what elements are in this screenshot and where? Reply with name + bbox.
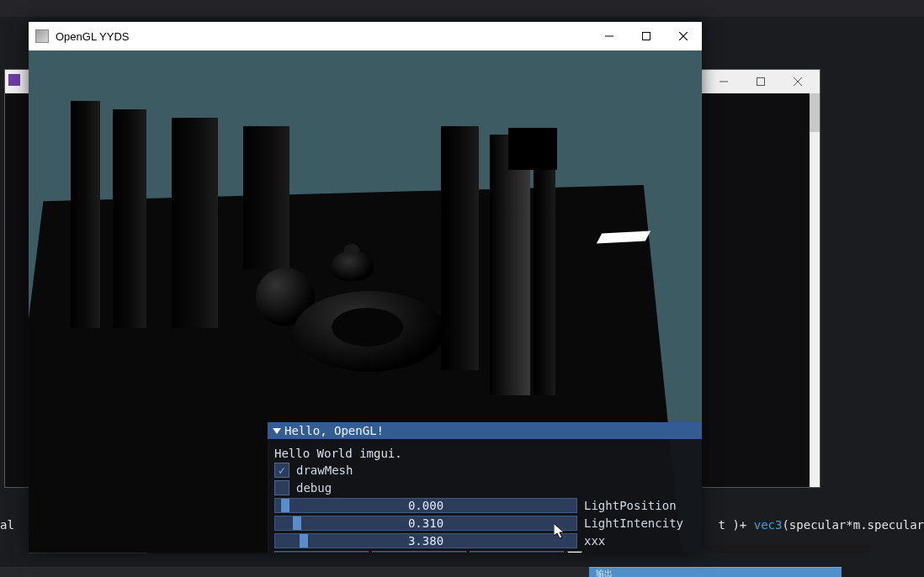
slider-lightintensity[interactable]: 0.310 [274,516,577,531]
checkbox-label: drawMesh [296,463,353,477]
maximize-button[interactable] [742,71,779,92]
scene-pillar [441,126,479,370]
maximize-button[interactable] [628,23,665,50]
scene-pillar [534,135,555,395]
bottom-tab-strip: 输出 [0,567,924,577]
code-keyword: vec3 [754,518,783,532]
collapse-arrow-icon[interactable] [273,428,281,434]
color-g-input[interactable]: G:255 [372,551,466,553]
close-button[interactable] [665,23,702,50]
checkbox-drawmesh[interactable] [274,463,289,478]
window-titlebar[interactable]: OpenGL YYDS [29,22,702,50]
slider-label: xxx [584,534,605,548]
code-text: t )+ [719,518,754,532]
opengl-window: OpenGL YYDS Hello, OpenGL! [29,22,702,553]
slider-value: 3.380 [408,534,443,548]
output-tab[interactable]: 输出 [589,567,842,577]
intro-text: Hello World imgui. [274,447,402,460]
minimize-button[interactable] [705,71,742,92]
color-label: Light color [586,552,664,553]
slider-label: LightPosition [584,499,677,512]
code-text: al [0,518,21,532]
app-icon [35,29,49,43]
scene-pillar [71,101,100,328]
file-type-icon [8,74,20,86]
slider-lightposition[interactable]: 0.000 [274,498,577,513]
slider-value: 0.000 [408,499,443,512]
scene-pillar [243,126,289,269]
checkbox-label: debug [296,481,332,495]
scene-pillar [490,135,530,395]
close-button[interactable] [779,71,816,92]
app-top-bar [0,0,924,17]
slider-label: LightIntencity [584,516,683,530]
code-text: (specular*m.specular [782,518,924,532]
color-b-input[interactable]: B:255 [470,551,564,553]
imgui-panel[interactable]: Hello, OpenGL! Hello World imgui. drawMe… [268,422,702,553]
scene-pillar [172,118,218,328]
svg-rect-5 [643,33,651,40]
color-swatch[interactable] [567,551,582,553]
checkbox-debug[interactable] [274,480,289,495]
slider-value: 0.310 [408,516,443,530]
opengl-viewport[interactable]: Hello, OpenGL! Hello World imgui. drawMe… [29,50,702,553]
window-title: OpenGL YYDS [56,30,591,43]
color-r-input[interactable]: R:255 [274,551,369,553]
scene-pillar [508,128,557,170]
scene-teapot [332,251,374,281]
imgui-title-text: Hello, OpenGL! [284,424,384,437]
imgui-titlebar[interactable]: Hello, OpenGL! [268,422,702,439]
minimize-button[interactable] [591,23,628,50]
vertical-scrollbar[interactable] [810,93,820,487]
slider-xxx[interactable]: 3.380 [274,533,577,548]
scene-torus [294,291,445,372]
svg-rect-1 [757,78,765,86]
scene-pillar [113,109,146,328]
